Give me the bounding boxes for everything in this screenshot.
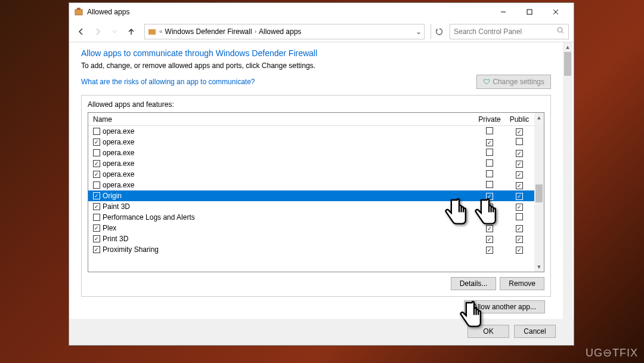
table-row[interactable]: opera.exe bbox=[88, 126, 534, 137]
checkbox[interactable] bbox=[486, 214, 493, 222]
recent-dropdown[interactable] bbox=[107, 24, 122, 39]
checkbox[interactable] bbox=[93, 149, 100, 156]
checkbox[interactable] bbox=[93, 203, 100, 210]
column-name[interactable]: Name bbox=[88, 115, 475, 124]
checkbox[interactable] bbox=[486, 139, 493, 146]
window-title: Allowed apps bbox=[87, 8, 490, 16]
app-name-label: Origin bbox=[103, 192, 122, 200]
checkbox[interactable] bbox=[486, 170, 493, 177]
app-name-label: opera.exe bbox=[103, 159, 134, 168]
table-row[interactable]: opera.exe bbox=[88, 169, 534, 180]
checkbox[interactable] bbox=[516, 171, 523, 179]
allow-another-app-button[interactable]: Allow another app... bbox=[464, 300, 545, 313]
checkbox[interactable] bbox=[486, 247, 493, 254]
column-private[interactable]: Private bbox=[475, 115, 504, 124]
details-button[interactable]: Details... bbox=[451, 277, 497, 290]
checkbox[interactable] bbox=[93, 128, 100, 135]
table-row[interactable]: opera.exe bbox=[88, 147, 534, 158]
checkbox[interactable] bbox=[486, 236, 493, 243]
table-row[interactable]: Origin bbox=[88, 190, 534, 201]
breadcrumb[interactable]: « Windows Defender Firewall › Allowed ap… bbox=[144, 24, 425, 39]
minimize-button[interactable] bbox=[490, 3, 516, 21]
checkbox[interactable] bbox=[93, 139, 100, 146]
close-button[interactable] bbox=[543, 3, 569, 21]
checkbox[interactable] bbox=[486, 149, 493, 156]
content-area: Allow apps to communicate through Window… bbox=[69, 42, 574, 319]
checkbox[interactable] bbox=[516, 247, 523, 254]
ok-button[interactable]: OK bbox=[467, 325, 509, 338]
checkbox[interactable] bbox=[93, 214, 100, 221]
checkbox[interactable] bbox=[516, 193, 523, 200]
app-name-label: Performance Logs and Alerts bbox=[103, 213, 195, 222]
forward-button[interactable] bbox=[91, 24, 105, 39]
app-name-label: Proximity Sharing bbox=[103, 245, 159, 254]
checkbox[interactable] bbox=[93, 224, 100, 232]
list-scrollbar[interactable]: ▲ ▼ bbox=[534, 113, 544, 272]
checkbox[interactable] bbox=[516, 225, 523, 232]
help-link[interactable]: What are the risks of allowing an app to… bbox=[81, 78, 255, 86]
page-subtitle: To add, change, or remove allowed apps a… bbox=[81, 61, 551, 70]
checkbox[interactable] bbox=[93, 246, 100, 253]
main-scrollbar[interactable]: ▲ bbox=[563, 42, 572, 319]
chevron-down-icon[interactable]: ⌄ bbox=[416, 27, 422, 36]
checkbox[interactable] bbox=[93, 160, 100, 167]
search-box[interactable] bbox=[450, 24, 569, 39]
scroll-thumb[interactable] bbox=[535, 184, 543, 202]
firewall-icon bbox=[147, 27, 157, 36]
table-row[interactable]: opera.exe bbox=[88, 158, 534, 169]
checkbox[interactable] bbox=[516, 161, 523, 168]
checkbox[interactable] bbox=[516, 182, 523, 189]
checkbox[interactable] bbox=[486, 204, 493, 211]
table-row[interactable]: opera.exe bbox=[88, 180, 534, 190]
checkbox[interactable] bbox=[486, 225, 493, 232]
window: Allowed apps « Windows Defender Firewall… bbox=[69, 2, 574, 346]
checkbox[interactable] bbox=[93, 171, 100, 178]
table-row[interactable]: Print 3D bbox=[88, 233, 534, 244]
watermark: UG⊖TFIX bbox=[586, 346, 638, 359]
table-row[interactable]: Paint 3D bbox=[88, 201, 534, 212]
page-title: Allow apps to communicate through Window… bbox=[81, 48, 551, 58]
cancel-button[interactable]: Cancel bbox=[514, 325, 556, 338]
table-row[interactable]: Proximity Sharing bbox=[88, 244, 534, 255]
checkbox[interactable] bbox=[486, 181, 493, 188]
checkbox[interactable] bbox=[486, 193, 493, 200]
allowed-apps-groupbox: Allowed apps and features: Name Private … bbox=[81, 95, 551, 297]
checkbox[interactable] bbox=[486, 159, 493, 167]
back-button[interactable] bbox=[74, 24, 88, 39]
search-input[interactable] bbox=[454, 27, 556, 36]
checkbox[interactable] bbox=[486, 127, 493, 134]
svg-rect-0 bbox=[75, 10, 82, 15]
checkbox[interactable] bbox=[516, 150, 523, 157]
svg-rect-3 bbox=[527, 10, 532, 14]
checkbox[interactable] bbox=[516, 236, 523, 243]
checkbox[interactable] bbox=[516, 138, 523, 145]
table-row[interactable]: opera.exe bbox=[88, 137, 534, 147]
checkbox[interactable] bbox=[516, 213, 523, 220]
toolbar: « Windows Defender Firewall › Allowed ap… bbox=[69, 21, 574, 42]
column-public[interactable]: Public bbox=[504, 115, 534, 124]
up-button[interactable] bbox=[124, 24, 138, 39]
list-header: Name Private Public bbox=[88, 113, 534, 126]
refresh-button[interactable] bbox=[431, 24, 447, 39]
scroll-up-icon[interactable]: ▲ bbox=[563, 42, 572, 52]
table-row[interactable]: Performance Logs and Alerts bbox=[88, 212, 534, 223]
breadcrumb-item[interactable]: Allowed apps bbox=[259, 27, 301, 36]
remove-button[interactable]: Remove bbox=[500, 277, 544, 290]
scroll-thumb[interactable] bbox=[564, 52, 571, 76]
checkbox[interactable] bbox=[93, 192, 100, 199]
scroll-down-icon[interactable]: ▼ bbox=[534, 262, 544, 272]
scroll-up-icon[interactable]: ▲ bbox=[534, 113, 544, 122]
bottom-bar: OK Cancel bbox=[69, 319, 574, 345]
breadcrumb-item[interactable]: Windows Defender Firewall bbox=[165, 27, 252, 36]
checkbox[interactable] bbox=[516, 204, 523, 211]
app-name-label: opera.exe bbox=[103, 170, 134, 179]
app-name-label: opera.exe bbox=[103, 127, 134, 136]
chevron-right-icon: › bbox=[255, 28, 256, 35]
maximize-button[interactable] bbox=[516, 3, 543, 21]
checkbox[interactable] bbox=[516, 128, 523, 136]
checkbox[interactable] bbox=[93, 182, 100, 189]
app-name-label: opera.exe bbox=[103, 149, 134, 157]
change-settings-button[interactable]: 🛡 Change settings bbox=[476, 75, 551, 89]
table-row[interactable]: Plex bbox=[88, 223, 534, 233]
checkbox[interactable] bbox=[93, 235, 100, 242]
